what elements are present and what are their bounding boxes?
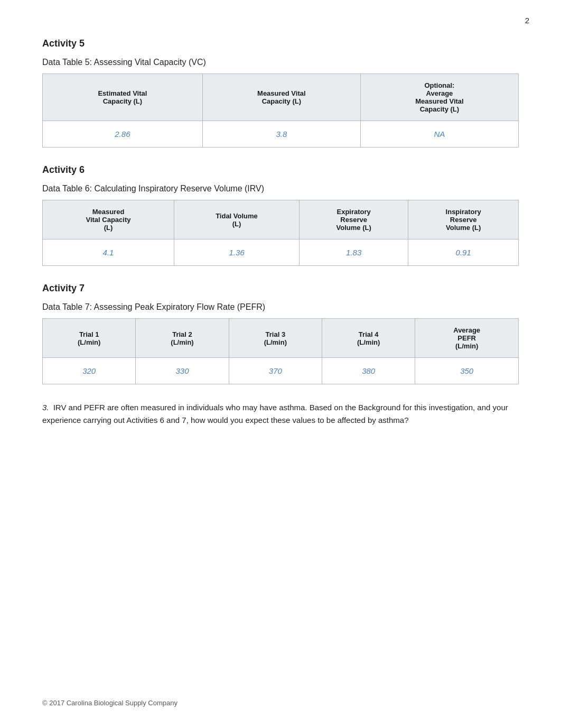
page-number: 2	[525, 16, 529, 25]
activity5-data-row: 2.86 3.8 NA	[43, 121, 519, 148]
activity7-trial2: 330	[136, 358, 229, 384]
activity5-col2-header: Measured VitalCapacity (L)	[202, 74, 360, 121]
activity7-section: Activity 7 Data Table 7: Assessing Peak …	[42, 283, 519, 384]
activity7-table: Trial 1(L/min) Trial 2(L/min) Trial 3(L/…	[42, 318, 519, 384]
activity5-table: Estimated VitalCapacity (L) Measured Vit…	[42, 73, 519, 148]
activity5-col1-header: Estimated VitalCapacity (L)	[43, 74, 203, 121]
activity6-table: MeasuredVital Capacity(L) Tidal Volume(L…	[42, 200, 519, 266]
question3-text: IRV and PEFR are often measured in indiv…	[42, 403, 508, 425]
activity7-title: Activity 7	[42, 283, 519, 294]
activity7-col4-header: Trial 4(L/min)	[322, 319, 415, 358]
activity5-col3-header: Optional:AverageMeasured VitalCapacity (…	[360, 74, 518, 121]
activity6-expiratory-reserve: 1.83	[299, 239, 408, 266]
activity7-col2-header: Trial 2(L/min)	[136, 319, 229, 358]
activity7-col1-header: Trial 1(L/min)	[43, 319, 136, 358]
activity6-inspiratory-reserve: 0.91	[408, 239, 519, 266]
activity7-col5-header: AveragePEFR(L/min)	[415, 319, 519, 358]
activity6-title: Activity 6	[42, 164, 519, 176]
activity6-section: Activity 6 Data Table 6: Calculating Ins…	[42, 164, 519, 266]
activity6-col1-header: MeasuredVital Capacity(L)	[43, 200, 174, 239]
activity6-col3-header: ExpiratoryReserveVolume (L)	[299, 200, 408, 239]
activity5-estimated: 2.86	[43, 121, 203, 148]
question3-number: 3.	[42, 403, 49, 412]
activity5-measured: 3.8	[202, 121, 360, 148]
activity7-data-row: 320 330 370 380 350	[43, 358, 519, 384]
activity5-section: Activity 5 Data Table 5: Assessing Vital…	[42, 38, 519, 148]
activity6-col4-header: InspiratoryReserveVolume (L)	[408, 200, 519, 239]
activity6-col2-header: Tidal Volume(L)	[174, 200, 300, 239]
question3-block: 3. IRV and PEFR are often measured in in…	[42, 401, 519, 427]
activity6-table-label: Data Table 6: Calculating Inspiratory Re…	[42, 184, 519, 193]
activity7-col3-header: Trial 3(L/min)	[229, 319, 322, 358]
activity5-title: Activity 5	[42, 38, 519, 49]
activity6-tidal-volume: 1.36	[174, 239, 300, 266]
activity7-trial4: 380	[322, 358, 415, 384]
activity5-optional: NA	[360, 121, 518, 148]
activity6-measured-vc: 4.1	[43, 239, 174, 266]
activity6-data-row: 4.1 1.36 1.83 0.91	[43, 239, 519, 266]
activity7-trial1: 320	[43, 358, 136, 384]
activity7-average: 350	[415, 358, 519, 384]
activity7-trial3: 370	[229, 358, 322, 384]
activity5-table-label: Data Table 5: Assessing Vital Capacity (…	[42, 58, 519, 67]
activity7-table-label: Data Table 7: Assessing Peak Expiratory …	[42, 302, 519, 312]
footer-copyright: © 2017 Carolina Biological Supply Compan…	[42, 699, 177, 707]
